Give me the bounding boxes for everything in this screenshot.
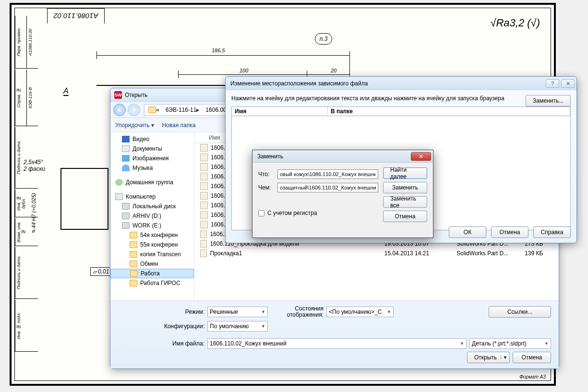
rep-title: Заменить: [257, 153, 283, 160]
side-invpodl: Инв. № подл.: [15, 300, 38, 352]
roughness-symbol: √Ra3,2 (√): [490, 17, 540, 29]
side-perv-value: А1086.110.00: [26, 16, 38, 69]
side-sprav-value: 6ЭВ-116-В: [26, 70, 38, 126]
dim-100: 100: [240, 68, 248, 73]
sidebar-rabota[interactable]: Работа: [110, 269, 194, 278]
chg-titlebar[interactable]: Изменение месторасположения зависимого ф…: [226, 77, 576, 90]
filename-input[interactable]: 1606.110.02_Кожух внешний▼: [207, 338, 467, 349]
chg-help-btn[interactable]: Справка: [533, 226, 571, 238]
new-folder-button[interactable]: Новая папка: [162, 122, 195, 129]
sidebar-music[interactable]: Музыка: [110, 163, 194, 173]
chg-col-folder[interactable]: В папке: [328, 107, 570, 116]
rep-what-label: Что:: [258, 171, 275, 178]
config-combo[interactable]: По умолчанию▼: [207, 321, 268, 332]
drawing-number: A1086.110.02: [47, 8, 105, 24]
side-podp2: Подпись и дата: [15, 247, 38, 299]
rep-replace-all-button[interactable]: Заменить все: [383, 196, 427, 208]
chg-column-headers[interactable]: Имя В папке: [231, 107, 571, 116]
solidworks-icon: SW: [114, 91, 122, 99]
side-sprav-label: Справ. №: [15, 70, 26, 126]
breadcrumb-seg1[interactable]: 6ЭВ-116-11 ▸: [163, 105, 203, 115]
file-row[interactable]: Прокладка115.04.2013 14:21SolidWorks Par…: [194, 249, 559, 258]
chg-help-button[interactable]: ?: [546, 79, 559, 88]
state-label: Состояния отображения:: [271, 306, 324, 318]
sidebar-55conf[interactable]: 55я конферен: [110, 240, 194, 249]
nav-forward-button[interactable]: [128, 104, 140, 116]
note-p3: п.3: [315, 33, 332, 45]
sidebar-54conf[interactable]: 54я конферен: [110, 230, 194, 240]
mode-combo[interactable]: Решенные▼: [207, 307, 268, 317]
side-perv-label: Перв. примен.: [15, 16, 26, 69]
side-podp: Подпись и дата: [15, 127, 38, 189]
flatness-tolerance: ▱ 0,01: [90, 267, 111, 276]
display-state-combo[interactable]: <По умолчанию>_С▼: [326, 307, 394, 317]
sidebar-video[interactable]: Видео: [110, 134, 194, 144]
chg-title: Изменение месторасположения зависимого ф…: [230, 80, 368, 87]
mode-label: Режим:: [118, 309, 204, 315]
sidebar-documents[interactable]: Документы: [110, 144, 194, 154]
config-label: Конфигурации:: [118, 323, 204, 330]
nav-back-button[interactable]: [113, 104, 126, 116]
sidebar-transcend[interactable]: копия Transcen: [110, 249, 194, 259]
sidebar-obmen[interactable]: Обмен: [110, 259, 194, 269]
sidebar-work[interactable]: WORK (E:): [110, 221, 194, 230]
chg-cancel-button[interactable]: Отмена: [491, 226, 528, 238]
rep-replace-button[interactable]: Заменить: [383, 182, 427, 193]
filename-label: Имя файла:: [118, 340, 204, 347]
rep-titlebar[interactable]: Заменить ✕: [252, 150, 433, 163]
open-button[interactable]: Открыть▼: [467, 352, 510, 363]
links-button[interactable]: Ссылки...: [489, 306, 551, 318]
sidebar-local-disk[interactable]: Локальный диск: [110, 202, 194, 211]
rep-what-input[interactable]: [277, 169, 378, 179]
rep-case-checkbox[interactable]: [258, 210, 264, 216]
diameter-note: ⌀44 H7 (+0,025): [30, 193, 36, 235]
rep-with-label: Чем:: [258, 184, 275, 191]
dim-186-5: 186,5: [212, 48, 225, 53]
filetype-filter-combo[interactable]: Деталь (*.prt;*.sldprt)▼: [469, 338, 551, 349]
rep-find-next-button[interactable]: Найти далее: [383, 167, 427, 179]
dim-20: 20: [331, 68, 336, 73]
chg-replace-button[interactable]: Заменить...: [526, 95, 571, 107]
sidebar-images[interactable]: Изображения: [110, 154, 194, 163]
open-dialog-title: Открыть: [125, 92, 147, 98]
sidebar-computer[interactable]: Компьютер: [110, 192, 194, 202]
sidebar-arhiv[interactable]: ARHIV (D:): [110, 211, 194, 221]
chg-col-name[interactable]: Имя: [232, 107, 328, 116]
rep-close-button[interactable]: ✕: [411, 152, 431, 161]
sidebar-giros[interactable]: Работа ГИРОС: [110, 278, 194, 288]
rep-case-label: С учетом регистра: [267, 210, 317, 216]
breadcrumb-folder-icon[interactable]: «: [145, 105, 163, 115]
replace-dialog: Заменить ✕ Что: Чем: С учетом регистра Н…: [252, 150, 433, 238]
sidebar-homegroup[interactable]: Домашняя группа: [110, 178, 194, 187]
chg-instruction: Нажмите на ячейку для редактирования тек…: [231, 95, 504, 102]
chg-ok-button[interactable]: ОК: [449, 226, 486, 238]
rep-with-input[interactable]: [277, 183, 378, 192]
folder-tree[interactable]: Видео Документы Изображения Музыка Домаш…: [110, 132, 194, 300]
view-a-label: A: [63, 87, 69, 95]
organize-button[interactable]: Упорядочить ▾: [115, 122, 154, 129]
rep-cancel-button[interactable]: Отмена: [383, 211, 427, 222]
open-bottom-panel: Режим: Решенные▼ Состояния отображения: …: [110, 300, 559, 368]
chamfer-note: 2,5x45°2 фаски: [24, 159, 45, 172]
format-label: Формат А3: [519, 374, 546, 380]
open-cancel-button[interactable]: Отмена: [513, 352, 551, 363]
chg-close-button[interactable]: ✕: [561, 79, 575, 88]
